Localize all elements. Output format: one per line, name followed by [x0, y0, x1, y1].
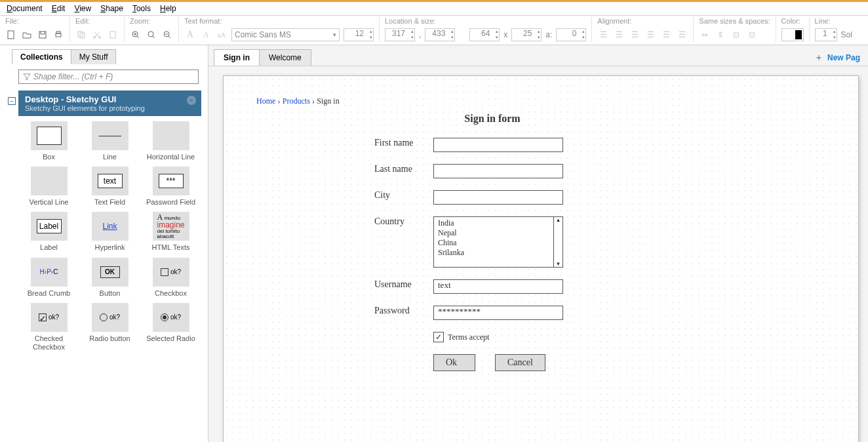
open-file-icon[interactable] [21, 29, 33, 41]
country-list[interactable]: India Nepal China Srilanka ▲▼ [433, 216, 563, 268]
pos-x-input[interactable]: 317▴▾ [385, 28, 415, 41]
zoom-out-icon[interactable] [161, 29, 173, 41]
shapes-scroll[interactable]: BoxLineHorizontal LineVertical LinetextT… [18, 116, 201, 418]
toolbar-line-group: Line: 1▴▾ Sol [815, 17, 858, 42]
shape-thumb: H›P›C [31, 258, 68, 287]
shape-item[interactable]: A munduimaginedei tomitoabacditHTML Text… [142, 212, 200, 252]
menu-tools[interactable]: Tools [132, 4, 151, 13]
shape-item[interactable]: ok?Radio button [81, 303, 139, 352]
pos-y-input[interactable]: 433▴▾ [425, 28, 455, 41]
canvas[interactable]: Home › Products › Sign in Sign in form F… [223, 75, 859, 442]
tab-my-stuff[interactable]: My Stuff [71, 49, 117, 64]
shape-label: HTML Texts [142, 243, 200, 252]
terms-checkbox[interactable]: ✓ [433, 332, 444, 342]
font-color-icon[interactable]: A [184, 29, 196, 41]
collection-header[interactable]: − Desktop - Sketchy GUI Sketchy GUI elem… [18, 90, 201, 116]
line-width-input[interactable]: 1▴▾ [815, 28, 837, 41]
align-center-icon[interactable]: ☰ [613, 29, 625, 41]
color-picker[interactable] [781, 28, 804, 41]
shape-item[interactable]: Horizontal Line [142, 121, 200, 161]
size-sep: x [503, 30, 507, 39]
new-page-button[interactable]: ＋New Pag [814, 52, 863, 64]
tab-sign-in[interactable]: Sign in [214, 49, 260, 66]
angle-input[interactable]: 0▴▾ [556, 28, 586, 41]
menu-view[interactable]: View [74, 4, 91, 13]
left-tabs: Collections My Stuff [0, 49, 208, 64]
paste-icon[interactable] [107, 29, 119, 41]
italic-icon[interactable]: A [200, 29, 212, 41]
list-scrollbar[interactable]: ▲▼ [553, 217, 562, 267]
save-file-icon[interactable] [37, 29, 49, 41]
align-middle-icon[interactable]: ☰ [660, 29, 672, 41]
toolbar-alignment-group: Alignment: ☰ ☰ ☰ ☰ ☰ ☰ [597, 17, 694, 42]
tab-welcome[interactable]: Welcome [259, 49, 311, 66]
menu-edit[interactable]: Edit [52, 4, 66, 13]
breadcrumb-products[interactable]: Products [283, 96, 310, 106]
shape-item[interactable]: Box [20, 121, 78, 161]
zoom-reset-icon[interactable] [146, 29, 157, 41]
size-h-input[interactable]: 25▴▾ [511, 28, 542, 41]
space-h-icon[interactable]: ⊟ [730, 29, 742, 41]
breadcrumb-home[interactable]: Home [256, 96, 275, 106]
country-option[interactable]: China [438, 238, 559, 248]
collection-panel: − Desktop - Sketchy GUI Sketchy GUI elem… [18, 90, 201, 418]
shape-label: Hyperlink [81, 243, 139, 252]
align-bottom-icon[interactable]: ☰ [676, 29, 688, 41]
city-input[interactable] [433, 190, 563, 205]
menu-help[interactable]: Help [160, 4, 176, 13]
country-option[interactable]: Srilanka [438, 248, 559, 258]
shape-item[interactable]: ***Password Field [142, 167, 200, 207]
align-right-icon[interactable]: ☰ [629, 29, 641, 41]
same-height-icon[interactable]: ⇕ [715, 29, 726, 41]
shape-item[interactable]: textText Field [81, 167, 139, 207]
shape-item[interactable]: Vertical Line [20, 167, 78, 207]
shape-label: Horizontal Line [142, 153, 200, 161]
copy-icon[interactable] [75, 29, 87, 41]
tab-collections[interactable]: Collections [12, 49, 71, 64]
shape-item[interactable]: Line [81, 121, 139, 161]
shape-item[interactable]: LabelLabel [20, 212, 78, 252]
cut-icon[interactable] [91, 29, 103, 41]
print-icon[interactable] [52, 29, 64, 41]
svg-rect-8 [110, 31, 115, 38]
canvas-viewport[interactable]: Home › Products › Sign in Sign in form F… [208, 66, 868, 442]
cancel-button[interactable]: Cancel [495, 354, 545, 371]
toolbar-alignment-label: Alignment: [597, 17, 688, 26]
username-input[interactable]: text [433, 279, 563, 294]
font-size-input[interactable]: 12▴▾ [344, 28, 374, 41]
shape-item[interactable]: ✓ok?Checked Checkbox [20, 303, 78, 352]
shape-item[interactable]: ok?Checkbox [142, 258, 200, 298]
text-case-icon[interactable]: aA [216, 29, 227, 41]
shape-item[interactable]: H›P›CBread Crumb [20, 258, 78, 298]
shape-item[interactable]: OKButton [81, 258, 139, 298]
same-width-icon[interactable]: ⇔ [699, 29, 711, 41]
right-area: Sign in Welcome ＋New Pag Home › Products… [208, 45, 868, 442]
new-file-icon[interactable] [5, 29, 17, 41]
close-icon[interactable]: × [187, 96, 196, 105]
label-first-name: First name [374, 138, 433, 148]
shape-thumb: ✓ok? [31, 303, 68, 332]
ok-button[interactable]: Ok [433, 354, 475, 371]
align-left-icon[interactable]: ☰ [597, 29, 609, 41]
shape-item[interactable]: ok?Selected Radio [142, 303, 200, 352]
size-w-input[interactable]: 64▴▾ [469, 28, 500, 41]
menu-shape[interactable]: Shape [100, 4, 123, 13]
collapse-icon[interactable]: − [8, 97, 16, 105]
toolbar-color-label: Color: [781, 17, 804, 26]
shape-label: Radio button [81, 334, 139, 343]
font-select[interactable]: Comic Sans MS▾ [231, 28, 340, 41]
shape-filter-input[interactable]: Shape filter... (Ctrl + F) [18, 70, 199, 84]
country-option[interactable]: India [438, 218, 559, 228]
country-option[interactable]: Nepal [438, 228, 559, 238]
last-name-input[interactable] [433, 164, 563, 178]
first-name-input[interactable] [433, 138, 563, 152]
align-top-icon[interactable]: ☰ [644, 29, 656, 41]
zoom-in-icon[interactable] [130, 29, 142, 41]
shape-item[interactable]: LinkHyperlink [81, 212, 139, 252]
menu-document[interactable]: Document [7, 4, 43, 13]
space-v-icon[interactable]: ⊟ [746, 29, 758, 41]
shape-label: Text Field [81, 198, 139, 207]
toolbar-spacing-group: Same sizes & spaces: ⇔ ⇕ ⊟ ⊟ [699, 17, 776, 42]
password-input[interactable]: ********** [433, 306, 563, 320]
shape-label: Vertical Line [20, 198, 78, 207]
